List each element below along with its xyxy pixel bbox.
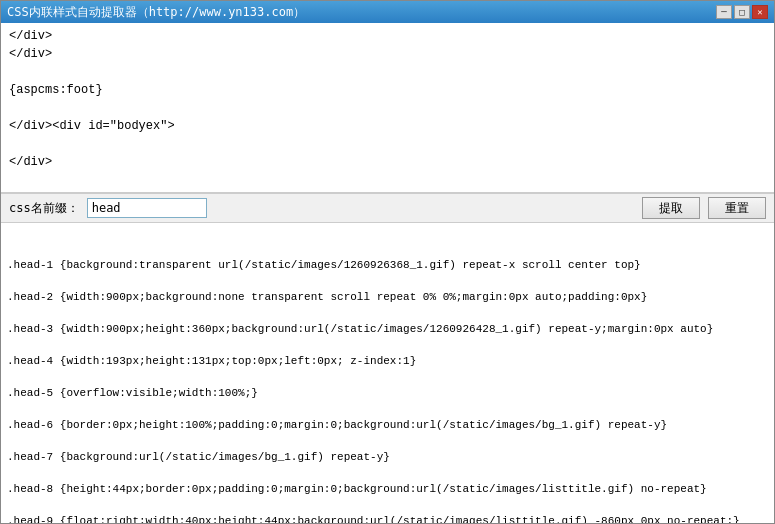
result-line: .head-5 {overflow:visible;width:100%;} <box>7 385 768 401</box>
result-line: .head-8 {height:44px;border:0px;padding:… <box>7 481 768 497</box>
input-label: css名前缀： <box>9 200 79 217</box>
input-row: css名前缀： 提取 重置 <box>1 193 774 223</box>
result-line: .head-4 {width:193px;height:131px;top:0p… <box>7 353 768 369</box>
result-line: .head-2 {width:900px;background:none tra… <box>7 289 768 305</box>
main-window: CSS内联样式自动提取器（http://www.yn133.com） ─ □ ✕… <box>0 0 775 524</box>
result-line: .head-3 {width:900px;height:360px;backgr… <box>7 321 768 337</box>
results-panel: .head-1 {background:transparent url(/sta… <box>1 223 774 523</box>
close-button[interactable]: ✕ <box>752 5 768 19</box>
title-bar: CSS内联样式自动提取器（http://www.yn133.com） ─ □ ✕ <box>1 1 774 23</box>
result-line: .head-6 {border:0px;height:100%;padding:… <box>7 417 768 433</box>
reset-button[interactable]: 重置 <box>708 197 766 219</box>
main-content: </div> </div> {aspcms:foot} </div><div i… <box>1 23 774 523</box>
minimize-button[interactable]: ─ <box>716 5 732 19</box>
result-line: .head-7 {background:url(/static/images/b… <box>7 449 768 465</box>
maximize-button[interactable]: □ <box>734 5 750 19</box>
result-line: .head-9 {float:right;width:40px;height:4… <box>7 513 768 523</box>
css-prefix-input[interactable] <box>87 198 207 218</box>
results-area[interactable]: .head-1 {background:transparent url(/sta… <box>1 223 774 523</box>
window-title: CSS内联样式自动提取器（http://www.yn133.com） <box>7 4 305 21</box>
code-display[interactable]: </div> </div> {aspcms:foot} </div><div i… <box>1 23 774 171</box>
window-controls: ─ □ ✕ <box>716 5 768 19</box>
result-line: .head-1 {background:transparent url(/sta… <box>7 257 768 273</box>
top-panel: </div> </div> {aspcms:foot} </div><div i… <box>1 23 774 193</box>
extract-button[interactable]: 提取 <box>642 197 700 219</box>
